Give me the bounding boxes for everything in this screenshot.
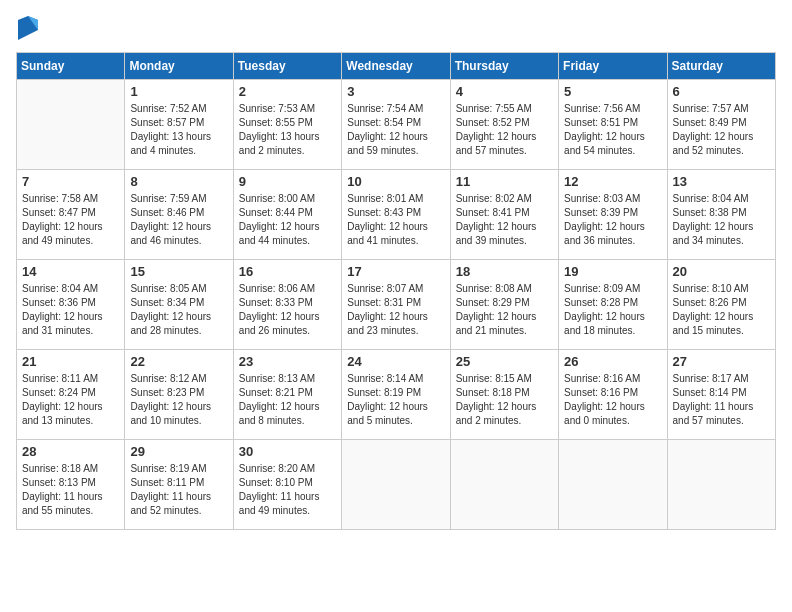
day-number: 4 <box>456 84 553 99</box>
day-info: Sunrise: 8:10 AMSunset: 8:26 PMDaylight:… <box>673 282 770 338</box>
sunset-text: Sunset: 8:51 PM <box>564 116 661 130</box>
sunrise-text: Sunrise: 8:00 AM <box>239 192 336 206</box>
sunset-text: Sunset: 8:28 PM <box>564 296 661 310</box>
day-cell <box>667 440 775 530</box>
daylight-text: Daylight: 12 hours and 31 minutes. <box>22 310 119 338</box>
sunrise-text: Sunrise: 8:05 AM <box>130 282 227 296</box>
week-row-2: 7Sunrise: 7:58 AMSunset: 8:47 PMDaylight… <box>17 170 776 260</box>
sunset-text: Sunset: 8:11 PM <box>130 476 227 490</box>
sunrise-text: Sunrise: 7:57 AM <box>673 102 770 116</box>
day-number: 22 <box>130 354 227 369</box>
day-number: 29 <box>130 444 227 459</box>
day-info: Sunrise: 8:16 AMSunset: 8:16 PMDaylight:… <box>564 372 661 428</box>
day-cell: 16Sunrise: 8:06 AMSunset: 8:33 PMDayligh… <box>233 260 341 350</box>
daylight-text: Daylight: 11 hours and 49 minutes. <box>239 490 336 518</box>
day-number: 11 <box>456 174 553 189</box>
day-number: 5 <box>564 84 661 99</box>
day-info: Sunrise: 8:00 AMSunset: 8:44 PMDaylight:… <box>239 192 336 248</box>
header-wednesday: Wednesday <box>342 53 450 80</box>
day-cell: 12Sunrise: 8:03 AMSunset: 8:39 PMDayligh… <box>559 170 667 260</box>
day-cell: 26Sunrise: 8:16 AMSunset: 8:16 PMDayligh… <box>559 350 667 440</box>
sunset-text: Sunset: 8:18 PM <box>456 386 553 400</box>
day-number: 1 <box>130 84 227 99</box>
day-cell <box>17 80 125 170</box>
day-number: 21 <box>22 354 119 369</box>
daylight-text: Daylight: 12 hours and 10 minutes. <box>130 400 227 428</box>
sunset-text: Sunset: 8:14 PM <box>673 386 770 400</box>
header-sunday: Sunday <box>17 53 125 80</box>
day-info: Sunrise: 8:15 AMSunset: 8:18 PMDaylight:… <box>456 372 553 428</box>
sunrise-text: Sunrise: 8:15 AM <box>456 372 553 386</box>
sunrise-text: Sunrise: 7:54 AM <box>347 102 444 116</box>
daylight-text: Daylight: 12 hours and 0 minutes. <box>564 400 661 428</box>
day-number: 28 <box>22 444 119 459</box>
day-number: 12 <box>564 174 661 189</box>
day-info: Sunrise: 8:01 AMSunset: 8:43 PMDaylight:… <box>347 192 444 248</box>
day-cell: 14Sunrise: 8:04 AMSunset: 8:36 PMDayligh… <box>17 260 125 350</box>
day-cell: 10Sunrise: 8:01 AMSunset: 8:43 PMDayligh… <box>342 170 450 260</box>
day-info: Sunrise: 7:52 AMSunset: 8:57 PMDaylight:… <box>130 102 227 158</box>
sunrise-text: Sunrise: 8:12 AM <box>130 372 227 386</box>
day-info: Sunrise: 7:56 AMSunset: 8:51 PMDaylight:… <box>564 102 661 158</box>
day-cell: 6Sunrise: 7:57 AMSunset: 8:49 PMDaylight… <box>667 80 775 170</box>
day-cell: 23Sunrise: 8:13 AMSunset: 8:21 PMDayligh… <box>233 350 341 440</box>
day-info: Sunrise: 8:12 AMSunset: 8:23 PMDaylight:… <box>130 372 227 428</box>
sunset-text: Sunset: 8:19 PM <box>347 386 444 400</box>
day-info: Sunrise: 8:11 AMSunset: 8:24 PMDaylight:… <box>22 372 119 428</box>
day-info: Sunrise: 7:55 AMSunset: 8:52 PMDaylight:… <box>456 102 553 158</box>
sunrise-text: Sunrise: 8:03 AM <box>564 192 661 206</box>
sunrise-text: Sunrise: 7:59 AM <box>130 192 227 206</box>
day-info: Sunrise: 8:20 AMSunset: 8:10 PMDaylight:… <box>239 462 336 518</box>
day-number: 9 <box>239 174 336 189</box>
daylight-text: Daylight: 12 hours and 13 minutes. <box>22 400 119 428</box>
calendar-table: SundayMondayTuesdayWednesdayThursdayFrid… <box>16 52 776 530</box>
day-cell: 13Sunrise: 8:04 AMSunset: 8:38 PMDayligh… <box>667 170 775 260</box>
sunrise-text: Sunrise: 8:19 AM <box>130 462 227 476</box>
day-cell: 24Sunrise: 8:14 AMSunset: 8:19 PMDayligh… <box>342 350 450 440</box>
day-cell: 3Sunrise: 7:54 AMSunset: 8:54 PMDaylight… <box>342 80 450 170</box>
sunset-text: Sunset: 8:24 PM <box>22 386 119 400</box>
daylight-text: Daylight: 12 hours and 44 minutes. <box>239 220 336 248</box>
day-info: Sunrise: 7:57 AMSunset: 8:49 PMDaylight:… <box>673 102 770 158</box>
day-number: 27 <box>673 354 770 369</box>
daylight-text: Daylight: 12 hours and 52 minutes. <box>673 130 770 158</box>
day-info: Sunrise: 7:58 AMSunset: 8:47 PMDaylight:… <box>22 192 119 248</box>
daylight-text: Daylight: 12 hours and 34 minutes. <box>673 220 770 248</box>
day-cell <box>342 440 450 530</box>
header-row: SundayMondayTuesdayWednesdayThursdayFrid… <box>17 53 776 80</box>
header-friday: Friday <box>559 53 667 80</box>
daylight-text: Daylight: 12 hours and 36 minutes. <box>564 220 661 248</box>
sunrise-text: Sunrise: 8:11 AM <box>22 372 119 386</box>
header-tuesday: Tuesday <box>233 53 341 80</box>
day-number: 6 <box>673 84 770 99</box>
daylight-text: Daylight: 13 hours and 2 minutes. <box>239 130 336 158</box>
sunrise-text: Sunrise: 8:08 AM <box>456 282 553 296</box>
sunrise-text: Sunrise: 7:52 AM <box>130 102 227 116</box>
day-info: Sunrise: 8:13 AMSunset: 8:21 PMDaylight:… <box>239 372 336 428</box>
sunrise-text: Sunrise: 8:10 AM <box>673 282 770 296</box>
day-number: 16 <box>239 264 336 279</box>
sunset-text: Sunset: 8:44 PM <box>239 206 336 220</box>
day-number: 2 <box>239 84 336 99</box>
daylight-text: Daylight: 12 hours and 18 minutes. <box>564 310 661 338</box>
day-info: Sunrise: 8:04 AMSunset: 8:36 PMDaylight:… <box>22 282 119 338</box>
sunset-text: Sunset: 8:31 PM <box>347 296 444 310</box>
sunset-text: Sunset: 8:55 PM <box>239 116 336 130</box>
day-cell: 20Sunrise: 8:10 AMSunset: 8:26 PMDayligh… <box>667 260 775 350</box>
day-number: 18 <box>456 264 553 279</box>
daylight-text: Daylight: 12 hours and 2 minutes. <box>456 400 553 428</box>
day-info: Sunrise: 8:06 AMSunset: 8:33 PMDaylight:… <box>239 282 336 338</box>
sunset-text: Sunset: 8:39 PM <box>564 206 661 220</box>
sunset-text: Sunset: 8:52 PM <box>456 116 553 130</box>
day-cell: 29Sunrise: 8:19 AMSunset: 8:11 PMDayligh… <box>125 440 233 530</box>
day-info: Sunrise: 8:03 AMSunset: 8:39 PMDaylight:… <box>564 192 661 248</box>
day-info: Sunrise: 8:05 AMSunset: 8:34 PMDaylight:… <box>130 282 227 338</box>
sunrise-text: Sunrise: 8:13 AM <box>239 372 336 386</box>
sunset-text: Sunset: 8:57 PM <box>130 116 227 130</box>
day-number: 24 <box>347 354 444 369</box>
day-cell <box>559 440 667 530</box>
daylight-text: Daylight: 12 hours and 8 minutes. <box>239 400 336 428</box>
sunset-text: Sunset: 8:16 PM <box>564 386 661 400</box>
sunset-text: Sunset: 8:47 PM <box>22 206 119 220</box>
day-number: 3 <box>347 84 444 99</box>
